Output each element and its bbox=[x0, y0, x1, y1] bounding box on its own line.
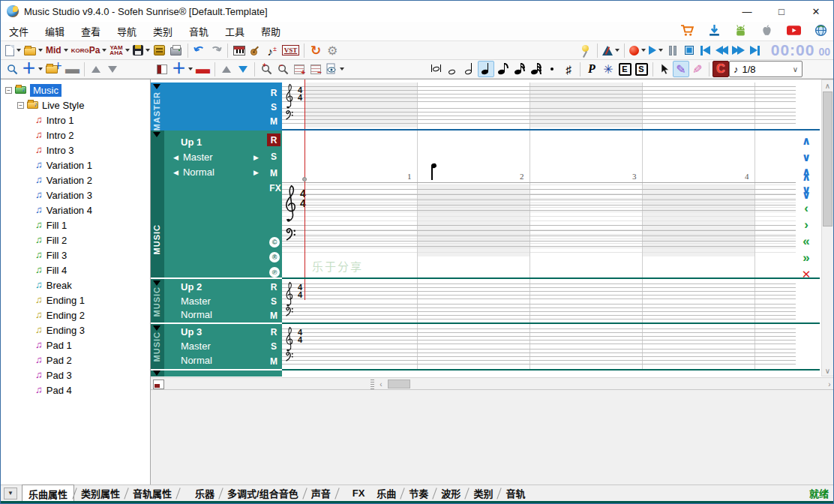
tree-item[interactable]: ♫Ending 3 bbox=[1, 322, 150, 338]
tree-item[interactable]: ♫Pad 1 bbox=[1, 338, 150, 352]
rewind-button[interactable] bbox=[714, 42, 730, 58]
print-button[interactable] bbox=[168, 42, 184, 58]
tree-item-label[interactable]: Pad 3 bbox=[46, 370, 72, 381]
collapse-triangle-icon[interactable] bbox=[153, 132, 160, 137]
up2-mute-button[interactable]: M bbox=[267, 309, 280, 322]
playhead-handle[interactable] bbox=[302, 177, 307, 182]
stop-button[interactable] bbox=[681, 42, 698, 58]
tab-fx[interactable]: FX bbox=[346, 486, 371, 500]
move-item-up-button[interactable] bbox=[88, 61, 104, 77]
track-name[interactable]: Up 2 bbox=[181, 281, 202, 292]
tab-multimode[interactable]: 多调式/组合音色 bbox=[221, 484, 304, 502]
dot-button[interactable] bbox=[544, 61, 560, 77]
tree-item[interactable]: ♫Intro 2 bbox=[1, 128, 150, 142]
tree-item[interactable]: ♫Pad 2 bbox=[1, 352, 150, 368]
tree-item-label[interactable]: Variation 3 bbox=[46, 190, 92, 201]
remove-track-button[interactable]: ▬ bbox=[194, 61, 212, 77]
globe-icon[interactable] bbox=[814, 24, 827, 37]
up3-track-header[interactable]: MUSIC Up 3 Master Normal R S M bbox=[151, 324, 282, 369]
tree-item-label[interactable]: Intro 3 bbox=[46, 145, 74, 156]
left-arrow-icon[interactable]: ◀ bbox=[173, 154, 178, 161]
collapse-box-icon[interactable]: − bbox=[5, 87, 12, 94]
pencil-tool-button[interactable]: ✎ bbox=[673, 61, 689, 77]
collapse-box-icon[interactable]: − bbox=[17, 102, 24, 109]
expand-rows-button[interactable]: + bbox=[291, 61, 308, 77]
tree-item[interactable]: ♫Pad 4 bbox=[1, 382, 150, 398]
move-octave-down-button[interactable]: ∨∨ bbox=[797, 184, 815, 200]
left-arrow-icon[interactable]: ◀ bbox=[173, 169, 178, 176]
find-button[interactable] bbox=[4, 61, 20, 77]
tab-instrument[interactable]: 乐器 bbox=[189, 484, 220, 502]
move-note-down-button[interactable]: ∨ bbox=[797, 150, 815, 165]
move-left-button[interactable]: ‹ bbox=[797, 201, 815, 216]
note-breve-button[interactable] bbox=[428, 61, 445, 77]
tree-item[interactable]: ♫Fill 2 bbox=[1, 232, 150, 248]
collapse-triangle-icon[interactable] bbox=[153, 280, 160, 286]
transpose-button[interactable]: ♪± bbox=[264, 42, 280, 58]
track-name[interactable]: Up 3 bbox=[181, 326, 202, 338]
tab-song[interactable]: 乐曲 bbox=[370, 484, 402, 502]
registered-mark[interactable]: ® bbox=[269, 252, 280, 262]
up2-solo-button[interactable]: S bbox=[267, 295, 280, 308]
youtube-icon[interactable] bbox=[787, 25, 801, 36]
vst-button[interactable]: VST bbox=[280, 42, 302, 58]
move-item-down-button[interactable] bbox=[104, 61, 121, 77]
tree-item-label[interactable]: Variation 4 bbox=[46, 205, 92, 216]
tab-track[interactable]: 音轨 bbox=[500, 484, 531, 502]
horizontal-scrollbar[interactable]: ‹ › bbox=[376, 379, 834, 389]
add-track-button[interactable]: ＋ bbox=[170, 61, 194, 77]
up1-record-button[interactable]: R bbox=[267, 134, 280, 146]
yamaha-button[interactable]: YAMAHA bbox=[108, 42, 130, 58]
menu-view[interactable]: 查看 bbox=[73, 21, 109, 41]
expression-button[interactable]: E bbox=[616, 61, 633, 77]
tree-item[interactable]: ♫Variation 3 bbox=[1, 188, 150, 202]
settings-button[interactable]: ⚙ bbox=[324, 42, 340, 58]
scroll-right-arrow[interactable]: › bbox=[824, 379, 834, 389]
redo-button[interactable] bbox=[208, 42, 224, 58]
right-arrow-icon[interactable]: ▶ bbox=[254, 169, 259, 176]
tab-category[interactable]: 类别 bbox=[467, 484, 499, 502]
tree-item[interactable]: ♫Ending 1 bbox=[1, 292, 150, 308]
tree-item-label[interactable]: Variation 2 bbox=[46, 175, 92, 186]
snap-value-select[interactable]: ♪ 1/8 ∨ bbox=[729, 61, 802, 77]
tree-item-label[interactable]: Intro 2 bbox=[46, 130, 74, 141]
zoom-in-button[interactable]: + bbox=[258, 61, 274, 77]
tree-item[interactable]: ♫Intro 3 bbox=[1, 142, 150, 158]
move-note-up-button[interactable]: ∧ bbox=[797, 134, 815, 148]
vertical-scroll-thumb[interactable] bbox=[823, 92, 832, 226]
metronome-button[interactable] bbox=[601, 42, 621, 58]
tree-node-music[interactable]: − ♪ Music bbox=[1, 82, 150, 98]
eraser-tool-button[interactable]: ✎ bbox=[689, 61, 706, 77]
select-tool-button[interactable] bbox=[656, 61, 673, 77]
menu-help[interactable]: 帮助 bbox=[253, 21, 289, 41]
minimize-button[interactable]: — bbox=[730, 1, 764, 22]
remove-item-button[interactable]: ▬ bbox=[64, 61, 81, 77]
tree-item[interactable]: ♫Ending 2 bbox=[1, 308, 150, 322]
move-far-left-button[interactable]: « bbox=[797, 234, 815, 249]
master-record-button[interactable]: R bbox=[267, 86, 280, 99]
up1-track-header[interactable]: MUSIC Up 1 ◀Master▶ ◀Normal▶ R S M FX © … bbox=[151, 130, 282, 278]
move-octave-up-button[interactable]: ∧∧ bbox=[797, 166, 815, 182]
fast-forward-button[interactable] bbox=[730, 42, 747, 58]
master-solo-button[interactable]: S bbox=[267, 100, 280, 113]
move-right-button[interactable]: › bbox=[797, 218, 815, 232]
tree-item-label[interactable]: Ending 2 bbox=[46, 310, 85, 321]
playhead[interactable] bbox=[304, 80, 305, 300]
collapse-rows-button[interactable]: − bbox=[308, 61, 324, 77]
up1-fx-button[interactable]: FX bbox=[268, 182, 282, 194]
tree-item[interactable]: ♫Fill 3 bbox=[1, 248, 150, 262]
tree-item[interactable]: ♫Break bbox=[1, 278, 150, 292]
move-track-down-button[interactable] bbox=[235, 61, 251, 77]
keyboard-button[interactable] bbox=[231, 42, 248, 58]
open-file-button[interactable] bbox=[22, 42, 44, 58]
tab-rhythm[interactable]: 节奏 bbox=[403, 484, 434, 502]
apple-icon[interactable] bbox=[760, 24, 773, 37]
tab-category-properties[interactable]: 类别属性 bbox=[75, 484, 126, 502]
scroll-left-arrow[interactable]: ‹ bbox=[376, 379, 386, 389]
track-panel-button[interactable] bbox=[154, 61, 170, 77]
tab-waveform[interactable]: 波形 bbox=[435, 484, 466, 502]
up3-record-button[interactable]: R bbox=[267, 326, 280, 338]
new-file-button[interactable] bbox=[4, 42, 22, 58]
tree-node-live-style[interactable]: − ♪ Live Style bbox=[1, 98, 150, 112]
cluster-button[interactable]: ✳ bbox=[600, 61, 616, 77]
